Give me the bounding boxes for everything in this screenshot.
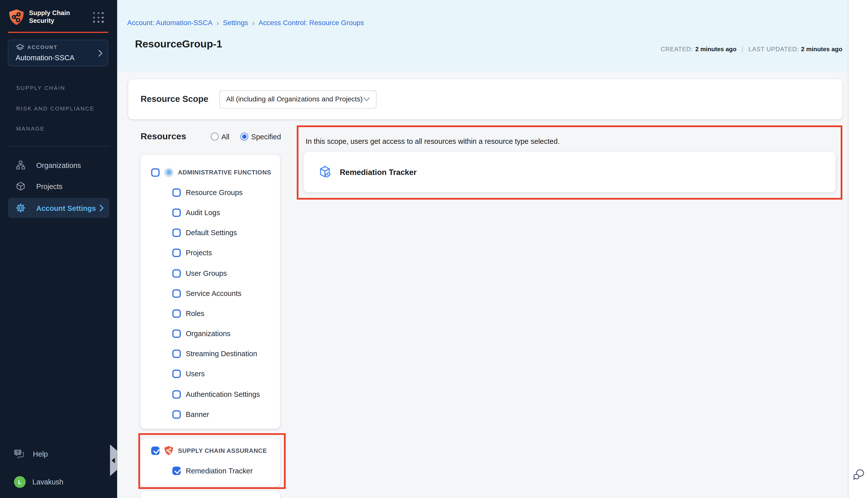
checkbox[interactable] xyxy=(172,390,181,398)
breadcrumb-separator: › xyxy=(252,18,255,27)
org-chart-icon xyxy=(16,161,25,170)
scope-info-message: In this scope, users get access to all r… xyxy=(306,137,560,145)
resource-checkbox-row[interactable]: Users xyxy=(141,364,280,384)
checkbox[interactable] xyxy=(151,168,159,176)
sidebar-item-label: Projects xyxy=(36,182,62,190)
sidebar-item-projects[interactable]: Projects xyxy=(8,176,109,196)
resource-checkbox-row[interactable]: Banner xyxy=(141,404,280,424)
chat-bubbles-icon[interactable] xyxy=(853,468,865,481)
resource-scope-dropdown[interactable]: All (including all Organizations and Pro… xyxy=(220,90,377,108)
radio-specified[interactable]: Specified xyxy=(241,132,281,141)
sidebar-item-label: Organizations xyxy=(36,161,81,169)
sidebar-section-manage[interactable]: MANAGE xyxy=(16,126,45,132)
checkbox[interactable] xyxy=(172,330,181,338)
updated-value: 2 minutes ago xyxy=(801,45,842,52)
sidebar-item-account-settings[interactable]: Account Settings xyxy=(8,198,109,218)
group-header-label: SUPPLY CHAIN ASSURANCE xyxy=(178,447,267,454)
layers-icon xyxy=(16,43,25,52)
sidebar-section-risk-and-compliance[interactable]: RISK AND COMPLIANCE xyxy=(16,105,94,112)
page-meta: CREATED: 2 minutes ago | LAST UPDATED: 2… xyxy=(661,45,842,53)
account-selector[interactable]: ACCOUNT Automation-SSCA xyxy=(8,40,108,66)
checkbox[interactable] xyxy=(151,446,159,455)
resource-label: User Groups xyxy=(186,269,227,277)
meta-separator: | xyxy=(736,45,749,53)
resource-checkbox-row[interactable]: User Groups xyxy=(141,263,280,283)
resource-label: Service Accounts xyxy=(186,289,241,298)
checkbox[interactable] xyxy=(172,188,181,197)
page-title: ResourceGroup-1 xyxy=(135,38,222,50)
resources-title: Resources xyxy=(141,132,186,142)
gear-icon xyxy=(16,204,25,213)
group-header-row[interactable]: SUPPLY CHAIN ASSURANCE xyxy=(141,441,280,461)
checkbox[interactable] xyxy=(172,467,181,475)
checkbox[interactable] xyxy=(172,350,181,358)
created-value: 2 minutes ago xyxy=(695,45,736,52)
shield-badge-icon xyxy=(164,445,173,456)
sidebar-section-supply-chain[interactable]: SUPPLY CHAIN xyxy=(16,85,65,91)
resource-group-card-administrative: ADMINISTRATIVE FUNCTIONS Resource Groups… xyxy=(141,155,280,429)
group-items: Remediation Tracker xyxy=(141,461,280,481)
updated-label: LAST UPDATED: xyxy=(749,45,799,52)
checkbox[interactable] xyxy=(172,209,181,217)
resource-checkbox-row[interactable]: Resource Groups xyxy=(141,183,280,202)
checkbox[interactable] xyxy=(172,289,181,298)
module-grid-dots-icon[interactable] xyxy=(93,12,104,23)
breadcrumb-link[interactable]: Settings xyxy=(223,19,248,27)
app-root: Supply Chain Security ACCOUNT Automation… xyxy=(0,0,868,498)
user-menu[interactable]: L Lavakush xyxy=(14,476,64,488)
chat-question-icon: ? xyxy=(14,449,25,459)
checkbox[interactable] xyxy=(172,310,181,318)
checkbox[interactable] xyxy=(172,269,181,277)
breadcrumb-link[interactable]: Access Control: Resource Groups xyxy=(258,19,364,27)
breadcrumb-separator: › xyxy=(216,18,219,27)
user-name: Lavakush xyxy=(33,478,64,486)
resource-checkbox-row[interactable]: Organizations xyxy=(141,324,280,344)
checkbox[interactable] xyxy=(172,410,181,418)
chevron-right-icon xyxy=(98,50,103,57)
account-scope-label: ACCOUNT xyxy=(27,45,57,50)
resource-checkbox-row[interactable]: Roles xyxy=(141,303,280,324)
right-rail xyxy=(848,0,868,498)
resource-checkbox-row[interactable]: Streaming Destination xyxy=(141,344,280,364)
resources-header-row: Resources All Specified xyxy=(141,132,280,142)
scope-info-panel: In this scope, users get access to all r… xyxy=(297,126,842,199)
brand-divider xyxy=(8,32,108,33)
checkbox[interactable] xyxy=(172,229,181,237)
resource-checkbox-row[interactable]: Remediation Tracker xyxy=(141,461,280,481)
resource-scope-value: All (including all Organizations and Pro… xyxy=(226,95,363,103)
resource-label: Users xyxy=(186,370,205,378)
radio-icon xyxy=(241,133,248,141)
radio-all-label: All xyxy=(221,132,229,141)
sidebar-item-label: Account Settings xyxy=(36,204,96,212)
package-edit-icon xyxy=(318,165,333,180)
resource-scope-card: Resource Scope All (including all Organi… xyxy=(128,79,842,119)
resource-checkbox-row[interactable]: Default Settings xyxy=(141,223,280,243)
gear-badge-icon xyxy=(164,168,173,177)
checkbox[interactable] xyxy=(172,249,181,257)
resource-group-card-supply-chain-assurance: SUPPLY CHAIN ASSURANCE Remediation Track… xyxy=(141,438,280,487)
resource-checkbox-row[interactable]: Authentication Settings xyxy=(141,384,280,404)
sidebar-collapse-icon[interactable] xyxy=(110,444,117,476)
resource-label: Resource Groups xyxy=(186,188,243,197)
resource-label: Organizations xyxy=(186,330,231,338)
svg-text:?: ? xyxy=(16,450,19,455)
resource-checkbox-row[interactable]: Service Accounts xyxy=(141,284,280,303)
sidebar-item-organizations[interactable]: Organizations xyxy=(8,155,109,175)
sidebar-divider xyxy=(8,146,109,147)
breadcrumb-link[interactable]: Account: Automation-SSCA xyxy=(127,19,212,27)
group-items: Resource GroupsAudit LogsDefault Setting… xyxy=(141,183,280,425)
resource-checkbox-row[interactable]: Projects xyxy=(141,243,280,263)
page-header xyxy=(117,0,848,71)
group-header-row[interactable]: ADMINISTRATIVE FUNCTIONS xyxy=(141,162,280,182)
breadcrumb: Account: Automation-SSCA›Settings›Access… xyxy=(127,18,364,27)
cube-icon xyxy=(16,182,25,191)
account-name: Automation-SSCA xyxy=(16,53,74,62)
resource-label: Banner xyxy=(186,410,209,418)
checkbox[interactable] xyxy=(172,370,181,378)
app-logo-shield-network-icon xyxy=(8,8,25,26)
radio-all[interactable]: All xyxy=(211,132,229,141)
resource-label: Projects xyxy=(186,249,212,257)
sidebar: Supply Chain Security ACCOUNT Automation… xyxy=(0,0,117,498)
help-button[interactable]: ? Help xyxy=(14,449,48,459)
resource-checkbox-row[interactable]: Audit Logs xyxy=(141,202,280,223)
